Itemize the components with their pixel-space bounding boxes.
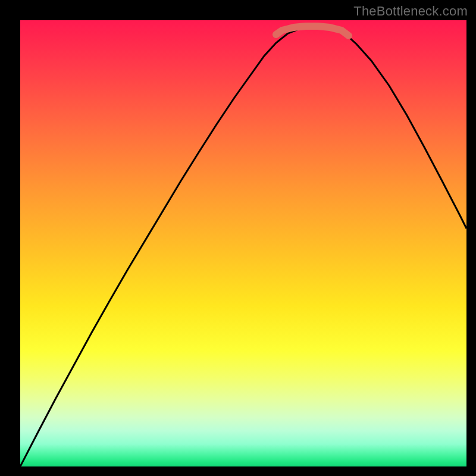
bottleneck-curve [20, 26, 466, 466]
watermark-label: TheBottleneck.com [353, 4, 468, 19]
chart-svg [20, 20, 466, 466]
chart-frame: TheBottleneck.com [0, 0, 476, 476]
chart-plot-area [20, 20, 466, 466]
